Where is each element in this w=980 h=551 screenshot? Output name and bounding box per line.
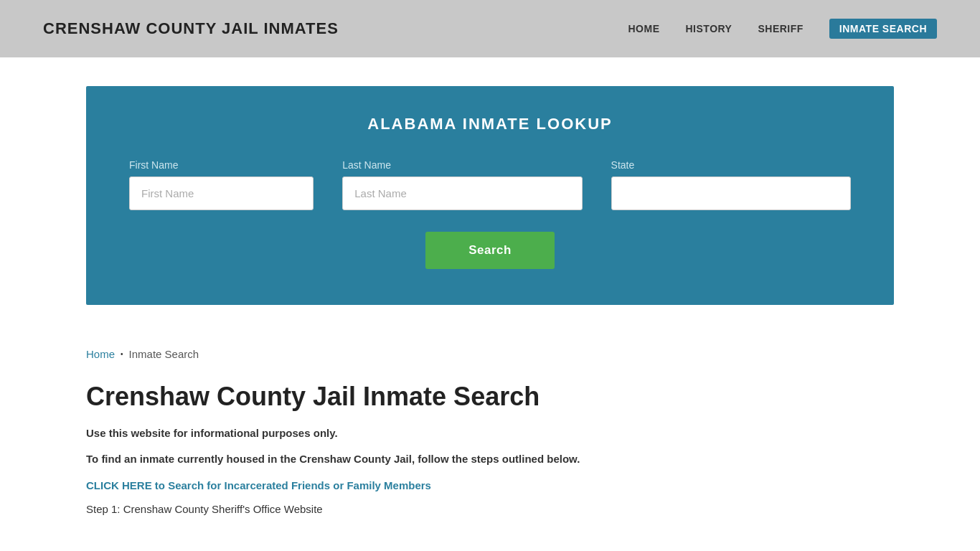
nav-home[interactable]: HOME [628,23,660,34]
lookup-fields: First Name Last Name State Alabama [129,159,851,210]
site-header: CRENSHAW COUNTY JAIL INMATES HOME HISTOR… [0,0,980,57]
last-name-group: Last Name [342,159,582,210]
site-title: CRENSHAW COUNTY JAIL INMATES [43,19,339,38]
state-label: State [611,159,851,171]
lookup-section: ALABAMA INMATE LOOKUP First Name Last Na… [86,86,894,305]
state-input[interactable]: Alabama [611,176,851,210]
breadcrumb: Home • Inmate Search [86,348,894,360]
step-text: Step 1: Crenshaw County Sheriff's Office… [86,503,894,515]
search-button[interactable]: Search [425,232,555,269]
nav-inmate-search[interactable]: INMATE SEARCH [829,19,937,39]
breadcrumb-separator: • [121,350,123,358]
state-group: State Alabama [611,159,851,210]
first-name-input[interactable] [129,176,314,210]
main-content: Crenshaw County Jail Inmate Search Use t… [0,367,980,550]
breadcrumb-current: Inmate Search [129,348,199,360]
first-name-label: First Name [129,159,314,171]
last-name-label: Last Name [342,159,582,171]
nav-history[interactable]: HISTORY [686,23,732,34]
main-nav: HOME HISTORY SHERIFF INMATE SEARCH [628,19,938,39]
last-name-input[interactable] [342,176,582,210]
first-name-group: First Name [129,159,314,210]
lookup-title: ALABAMA INMATE LOOKUP [129,115,851,133]
breadcrumb-home[interactable]: Home [86,348,115,360]
info-text-1: Use this website for informational purpo… [86,425,894,442]
search-btn-row: Search [129,232,851,269]
search-link[interactable]: CLICK HERE to Search for Incarcerated Fr… [86,479,894,491]
page-heading: Crenshaw County Jail Inmate Search [86,382,894,412]
info-text-2: To find an inmate currently housed in th… [86,451,894,468]
breadcrumb-section: Home • Inmate Search [0,334,980,367]
nav-sheriff[interactable]: SHERIFF [758,23,803,34]
